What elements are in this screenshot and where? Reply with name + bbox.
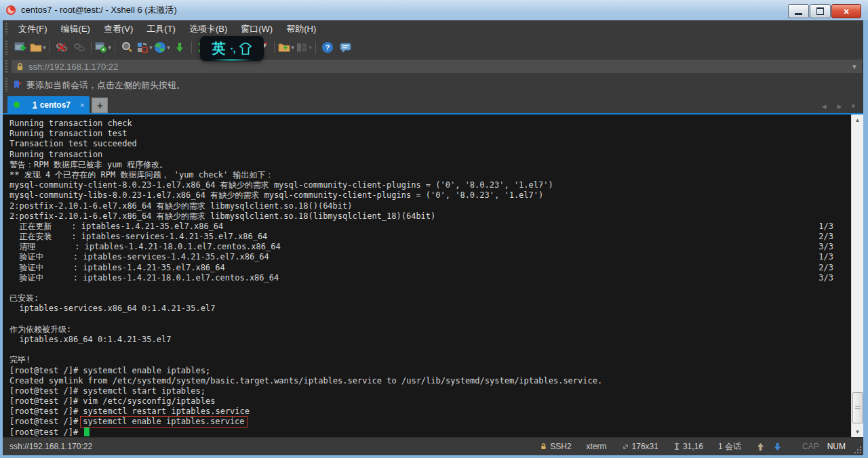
address-field[interactable]: ssh://192.168.1.170:22 ▼	[12, 60, 862, 73]
address-url: ssh://192.168.1.170:22	[28, 62, 851, 72]
new-file-caret-icon[interactable]: ▾	[291, 44, 294, 51]
menu-view[interactable]: 查看(V)	[97, 20, 140, 37]
session-properties-button[interactable]: ▾	[94, 39, 112, 56]
menu-window[interactable]: 窗口(W)	[234, 20, 279, 37]
address-dropdown-icon[interactable]: ▼	[851, 63, 858, 70]
terminal-text: [root@test /]# systemctl restart iptable…	[9, 407, 250, 416]
transfer-icon	[174, 41, 186, 54]
open-session-button[interactable]: ▾	[29, 39, 47, 56]
scroll-bottom-button[interactable]	[773, 442, 785, 451]
terminal[interactable]: Running transaction checkRunning transac…	[3, 114, 863, 437]
terminal-line: Running transaction check	[9, 119, 823, 129]
addressbar-gripper[interactable]	[5, 60, 7, 72]
tile-layout-button[interactable]: ▾	[295, 39, 313, 56]
ime-skin-shirt-icon[interactable]	[239, 42, 252, 56]
menu-edit[interactable]: 编辑(E)	[54, 20, 97, 37]
address-bar: ssh://192.168.1.170:22 ▼	[3, 58, 863, 75]
help-icon: ?	[321, 41, 334, 54]
terminal-line: 验证中 : iptables-1.4.21-18.0.1.el7.centos.…	[9, 273, 823, 283]
scroll-down-icon[interactable]: ▼	[852, 426, 863, 437]
scroll-up-icon[interactable]: ▲	[852, 114, 863, 125]
new-file-folder-icon	[278, 41, 290, 54]
web-browser-button[interactable]: ▾	[153, 39, 171, 56]
web-browser-caret-icon[interactable]: ▾	[167, 44, 170, 51]
disconnect-button[interactable]	[53, 39, 71, 56]
terminal-line: mysql-community-libs-8.0.23-1.el7.x86_64…	[9, 190, 823, 201]
close-button[interactable]: ×	[831, 4, 861, 18]
ime-popup[interactable]: 英 ·,	[200, 36, 264, 61]
arrow-up-icon	[756, 442, 765, 451]
terminal-line: 完毕!	[9, 355, 823, 365]
flag-icon	[13, 80, 22, 90]
ime-language-indicator[interactable]: 英	[212, 39, 225, 58]
terminal-text: 警告：RPM 数据库已被非 yum 程序修改。	[9, 160, 167, 169]
terminal-text: mysql-community-client-8.0.23-1.el7.x86_…	[9, 180, 553, 190]
compose-pane-button[interactable]: ▾	[136, 39, 153, 56]
scroll-top-button[interactable]	[756, 442, 768, 451]
infobar-gripper[interactable]	[5, 78, 7, 91]
terminal-line: 作为依赖被升级:	[9, 325, 823, 335]
reconnect-button[interactable]	[71, 39, 88, 56]
title-bar[interactable]: centos7 - root@test:/ - Xshell 6 (未激活) ×	[0, 0, 868, 20]
web-browser-icon	[154, 41, 166, 54]
terminal-line: [root@test /]# vim /etc/sysconfig/iptabl…	[9, 396, 823, 407]
find-button[interactable]	[118, 39, 136, 56]
terminal-line: 2:postfix-2.10.1-6.el7.x86_64 有缺少的需求 lib…	[9, 211, 823, 222]
terminal-line: 验证中 : iptables-1.4.21-35.el7.x86_642/3	[9, 263, 823, 273]
tab-list-icon[interactable]: ▾	[851, 102, 855, 110]
terminal-text: mysql-community-libs-8.0.23-1.el7.x86_64…	[9, 190, 543, 200]
terminal-line: Created symlink from /etc/systemd/system…	[9, 376, 823, 386]
new-tab-button[interactable]: +	[92, 98, 108, 113]
session-properties-icon	[95, 41, 107, 54]
tile-layout-icon	[296, 41, 308, 54]
chat-button[interactable]	[336, 39, 354, 56]
terminal-text: Running transaction check	[9, 119, 132, 128]
terminal-text: [root@test /]# systemctl enable iptables…	[9, 366, 210, 375]
session-properties-caret-icon[interactable]: ▾	[108, 44, 111, 51]
terminal-cursor	[84, 428, 90, 436]
help-button[interactable]: ?	[319, 39, 336, 56]
menu-tools[interactable]: 工具(T)	[140, 20, 182, 37]
menu-file[interactable]: 文件(F)	[12, 20, 54, 37]
new-file-transfer-button[interactable]: ▾	[277, 39, 295, 56]
terminal-line: [root@test /]#	[9, 428, 823, 437]
menubar-gripper[interactable]	[5, 23, 7, 35]
tile-layout-caret-icon[interactable]: ▾	[309, 44, 312, 51]
tab-centos7[interactable]: 1 centos7 ×	[7, 96, 90, 113]
scrollbar-thumb[interactable]	[852, 392, 863, 423]
disconnect-icon	[56, 41, 68, 54]
compose-pane-caret-icon[interactable]: ▾	[149, 44, 153, 51]
minimize-button[interactable]	[788, 4, 809, 18]
menu-tab[interactable]: 选项卡(B)	[182, 20, 234, 37]
terminal-scrollbar[interactable]: ▲ ▼	[851, 114, 863, 437]
toolbar-gripper[interactable]	[5, 41, 7, 55]
progress-fraction: 2/3	[818, 263, 833, 273]
new-session-button[interactable]	[12, 39, 29, 56]
new-session-icon	[14, 41, 26, 54]
terminal-line: mysql-community-client-8.0.23-1.el7.x86_…	[9, 180, 823, 190]
minimize-icon	[795, 13, 802, 15]
resize-grip[interactable]	[854, 446, 861, 453]
svg-text:?: ?	[326, 43, 330, 51]
toolbar-separator	[50, 41, 50, 54]
tab-scroll-left-icon[interactable]: ◄	[821, 102, 828, 110]
connected-dot-icon	[14, 102, 20, 108]
maximize-button[interactable]	[810, 4, 831, 18]
terminal-line: 正在安装 : iptables-services-1.4.21-35.el7.x…	[9, 232, 823, 242]
terminal-line: 已安装:	[9, 293, 823, 304]
tab-number: 1	[33, 100, 37, 110]
open-session-caret-icon[interactable]: ▾	[43, 44, 46, 51]
terminal-text: Transaction test succeeded	[9, 139, 137, 148]
tab-scroll-right-icon[interactable]: ►	[836, 102, 844, 110]
transfer-button[interactable]	[171, 39, 189, 56]
xshell-window: { "window": { "title": "centos7 - root@t…	[0, 0, 868, 458]
terminal-line: iptables-services.x86_64 0:1.4.21-35.el7	[9, 304, 823, 314]
terminal-text: iptables.x86_64 0:1.4.21-35.el7	[9, 335, 171, 344]
toolbar-separator	[274, 41, 275, 54]
status-cursor-pos: 31,16	[673, 442, 703, 451]
ime-punctuation-indicator[interactable]: ·,	[230, 43, 235, 54]
terminal-line	[9, 283, 823, 293]
menu-help[interactable]: 帮助(H)	[279, 20, 323, 37]
tab-close-icon[interactable]: ×	[80, 101, 84, 109]
app-frame: 文件(F) 编辑(E) 查看(V) 工具(T) 选项卡(B) 窗口(W) 帮助(…	[3, 20, 863, 455]
